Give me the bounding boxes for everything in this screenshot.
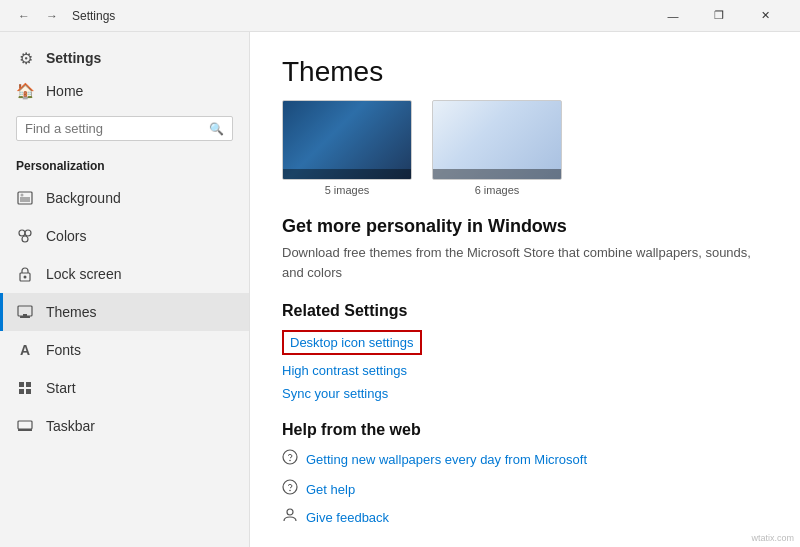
svg-point-17 bbox=[283, 450, 297, 464]
related-settings-heading: Related Settings bbox=[282, 302, 768, 320]
minimize-button[interactable]: — bbox=[650, 0, 696, 32]
sidebar-item-taskbar-label: Taskbar bbox=[46, 418, 95, 434]
sidebar-item-colors-label: Colors bbox=[46, 228, 86, 244]
search-input[interactable] bbox=[25, 121, 209, 136]
feedback-items: Get help Give feedback bbox=[282, 479, 768, 527]
search-icon: 🔍 bbox=[209, 122, 224, 136]
title-bar: ← → Settings — ❐ ✕ bbox=[0, 0, 800, 32]
svg-rect-1 bbox=[20, 197, 30, 202]
help-link[interactable]: Getting new wallpapers every day from Mi… bbox=[306, 452, 587, 467]
sidebar-item-colors[interactable]: Colors bbox=[0, 217, 249, 255]
sidebar-item-start-label: Start bbox=[46, 380, 76, 396]
sidebar-section-title: Personalization bbox=[0, 147, 249, 179]
help-link-item[interactable]: Getting new wallpapers every day from Mi… bbox=[282, 449, 768, 469]
svg-point-20 bbox=[289, 490, 291, 492]
give-feedback-link[interactable]: Give feedback bbox=[306, 510, 389, 525]
svg-rect-16 bbox=[18, 429, 32, 431]
get-help-icon bbox=[282, 479, 298, 499]
taskbar-icon bbox=[16, 417, 34, 435]
start-icon bbox=[16, 379, 34, 397]
theme-preview-label-1: 5 images bbox=[325, 184, 370, 196]
svg-point-18 bbox=[289, 460, 291, 462]
sidebar: ⚙ Settings 🏠 Home 🔍 Personalization Back… bbox=[0, 32, 250, 547]
give-feedback-icon bbox=[282, 507, 298, 527]
sidebar-item-taskbar[interactable]: Taskbar bbox=[0, 407, 249, 445]
give-feedback-item[interactable]: Give feedback bbox=[282, 507, 768, 527]
lock-screen-icon bbox=[16, 265, 34, 283]
theme-preview-box-1 bbox=[282, 100, 412, 180]
sidebar-item-fonts-label: Fonts bbox=[46, 342, 81, 358]
svg-rect-13 bbox=[19, 389, 24, 394]
desktop-icon-settings-link[interactable]: Desktop icon settings bbox=[282, 330, 422, 355]
home-icon: 🏠 bbox=[16, 82, 34, 100]
svg-rect-11 bbox=[19, 382, 24, 387]
forward-button[interactable]: → bbox=[40, 7, 64, 25]
watermark: wtatix.com bbox=[751, 533, 794, 543]
colors-icon bbox=[16, 227, 34, 245]
theme-preview-1[interactable]: 5 images bbox=[282, 100, 412, 196]
title-bar-nav: ← → bbox=[12, 7, 64, 25]
main-content: Themes 5 images 6 images Get more person… bbox=[250, 32, 800, 547]
close-button[interactable]: ✕ bbox=[742, 0, 788, 32]
svg-point-7 bbox=[24, 276, 27, 279]
title-bar-controls: — ❐ ✕ bbox=[650, 0, 788, 32]
title-bar-left: ← → Settings bbox=[12, 7, 650, 25]
svg-rect-15 bbox=[18, 421, 32, 429]
help-heading: Help from the web bbox=[282, 421, 768, 439]
svg-rect-12 bbox=[26, 382, 31, 387]
theme-preview-label-2: 6 images bbox=[475, 184, 520, 196]
sidebar-search-box[interactable]: 🔍 bbox=[16, 116, 233, 141]
sync-settings-link[interactable]: Sync your settings bbox=[282, 386, 768, 401]
taskbar-strip-1 bbox=[283, 169, 411, 179]
svg-point-4 bbox=[25, 230, 31, 236]
settings-logo-icon: ⚙ bbox=[16, 48, 36, 68]
svg-point-2 bbox=[21, 194, 24, 197]
theme-preview-2[interactable]: 6 images bbox=[432, 100, 562, 196]
window-title: Settings bbox=[72, 9, 115, 23]
page-title: Themes bbox=[282, 56, 768, 88]
app-container: ⚙ Settings 🏠 Home 🔍 Personalization Back… bbox=[0, 32, 800, 547]
theme-previews: 5 images 6 images bbox=[282, 100, 768, 196]
restore-button[interactable]: ❐ bbox=[696, 0, 742, 32]
sidebar-home-label: Home bbox=[46, 83, 83, 99]
svg-rect-9 bbox=[20, 316, 30, 318]
get-more-desc: Download free themes from the Microsoft … bbox=[282, 243, 768, 282]
sidebar-item-background[interactable]: Background bbox=[0, 179, 249, 217]
svg-point-19 bbox=[283, 480, 297, 494]
sidebar-app-title: Settings bbox=[46, 50, 101, 66]
sidebar-item-themes-label: Themes bbox=[46, 304, 97, 320]
fonts-icon: A bbox=[16, 341, 34, 359]
svg-rect-14 bbox=[26, 389, 31, 394]
sidebar-item-lock-screen[interactable]: Lock screen bbox=[0, 255, 249, 293]
sidebar-item-fonts[interactable]: A Fonts bbox=[0, 331, 249, 369]
themes-icon bbox=[16, 303, 34, 321]
get-help-link[interactable]: Get help bbox=[306, 482, 355, 497]
background-icon bbox=[16, 189, 34, 207]
back-button[interactable]: ← bbox=[12, 7, 36, 25]
svg-rect-10 bbox=[23, 314, 27, 316]
sidebar-item-themes[interactable]: Themes bbox=[0, 293, 249, 331]
sidebar-item-background-label: Background bbox=[46, 190, 121, 206]
sidebar-item-start[interactable]: Start bbox=[0, 369, 249, 407]
sidebar-item-home[interactable]: 🏠 Home bbox=[0, 72, 249, 110]
svg-point-3 bbox=[19, 230, 25, 236]
taskbar-strip-2 bbox=[433, 169, 561, 179]
get-help-item[interactable]: Get help bbox=[282, 479, 768, 499]
sidebar-item-lock-screen-label: Lock screen bbox=[46, 266, 121, 282]
get-more-heading: Get more personality in Windows bbox=[282, 216, 768, 237]
high-contrast-settings-link[interactable]: High contrast settings bbox=[282, 363, 768, 378]
svg-point-5 bbox=[22, 236, 28, 242]
theme-preview-box-2 bbox=[432, 100, 562, 180]
sidebar-header: ⚙ Settings bbox=[0, 32, 249, 72]
help-link-icon bbox=[282, 449, 298, 469]
svg-point-21 bbox=[287, 509, 293, 515]
